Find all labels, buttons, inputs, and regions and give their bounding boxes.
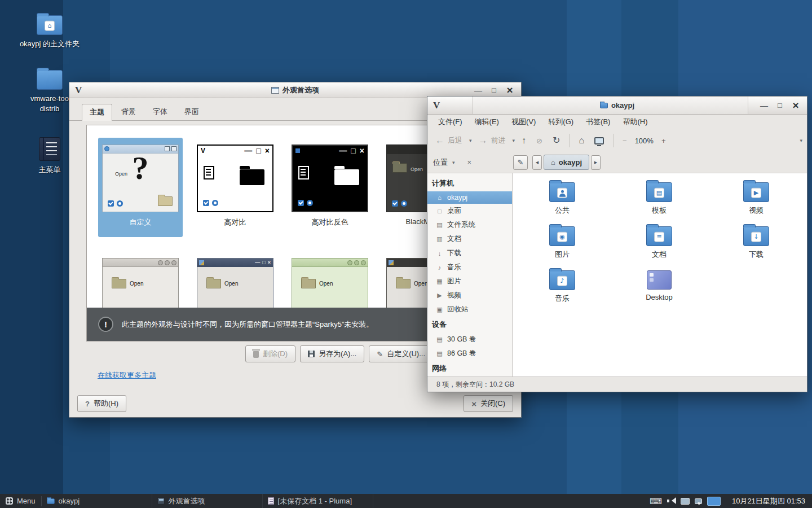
minimize-button[interactable]: — bbox=[757, 102, 771, 110]
tab-theme[interactable]: 主题 bbox=[82, 104, 112, 121]
keyboard-layout-icon[interactable]: ⌨ bbox=[650, 497, 662, 505]
file-documents[interactable]: ≡ 文档 bbox=[611, 225, 708, 269]
forward-history-dropdown[interactable]: ▾ bbox=[513, 138, 515, 143]
sidebar-item-music[interactable]: ♪ 音乐 bbox=[427, 260, 512, 274]
music-icon: ♪ bbox=[436, 264, 443, 271]
desktop-icon-home-folder[interactable]: ⌂ okaypj 的主文件夹 bbox=[15, 15, 85, 49]
close-icon[interactable]: × bbox=[503, 85, 517, 95]
preview-button-icon bbox=[347, 260, 352, 265]
menu-button[interactable]: Menu bbox=[0, 494, 41, 508]
delete-theme-button[interactable]: 删除(D) bbox=[245, 345, 295, 362]
tab-background[interactable]: 背景 bbox=[113, 103, 144, 120]
fm-sidebar: 计算机 ⌂ okaypj □ 桌面 ▤ 文件系统 ▥ 文档 ↓ 下载 bbox=[427, 173, 513, 376]
sidebar-item-videos[interactable]: ▶ 视频 bbox=[427, 288, 512, 303]
zoom-out-button[interactable]: − bbox=[619, 134, 630, 147]
file-label: 视频 bbox=[749, 205, 764, 216]
refresh-button[interactable]: ↻ bbox=[549, 134, 563, 147]
fm-titlebar[interactable]: V okaypj — □ × bbox=[427, 97, 807, 115]
sidebar-item-volume-30gb[interactable]: ▤ 30 GB 卷 bbox=[427, 332, 512, 347]
places-label[interactable]: 位置 bbox=[433, 157, 448, 168]
sidebar-item-downloads[interactable]: ↓ 下载 bbox=[427, 246, 512, 260]
menu-help[interactable]: 帮助(H) bbox=[617, 115, 652, 129]
places-dropdown[interactable]: ▾ bbox=[452, 160, 455, 165]
folder-icon: ↓ bbox=[743, 226, 769, 246]
tab-font[interactable]: 字体 bbox=[145, 103, 175, 120]
edit-location-button[interactable]: ✎ bbox=[513, 155, 528, 170]
window-menu-logo[interactable]: V bbox=[69, 85, 87, 96]
file-desktop[interactable]: Desktop bbox=[611, 269, 708, 313]
file-videos[interactable]: ▶ 视频 bbox=[708, 181, 805, 225]
file-public[interactable]: 公共 bbox=[514, 181, 611, 225]
menu-file[interactable]: 文件(F) bbox=[433, 115, 467, 129]
path-scroll-left-button[interactable]: ◀ bbox=[532, 155, 542, 170]
computer-button[interactable] bbox=[591, 135, 607, 147]
close-icon[interactable]: × bbox=[789, 100, 802, 111]
maximize-button[interactable]: □ bbox=[487, 86, 501, 94]
help-button[interactable]: ? 帮助(H) bbox=[77, 395, 126, 412]
taskbar-item-pluma[interactable]: [未保存文档 1 - Pluma] bbox=[263, 494, 373, 508]
back-arrow-icon: ← bbox=[435, 136, 444, 145]
theme-high-contrast[interactable]: V — □ × 高对比 bbox=[193, 138, 277, 237]
path-scroll-right-button[interactable]: ▶ bbox=[591, 155, 601, 170]
taskbar-item-okaypj[interactable]: okaypj bbox=[42, 494, 152, 508]
sidebar-item-trash[interactable]: ▣ 回收站 bbox=[427, 303, 512, 317]
maximize-button[interactable]: □ bbox=[773, 102, 787, 109]
preview-open-label: Open bbox=[115, 171, 127, 177]
window-menu-logo[interactable]: V bbox=[427, 100, 445, 111]
zoom-level: 100% bbox=[634, 137, 655, 145]
taskbar-item-label: 外观首选项 bbox=[169, 496, 205, 506]
breadcrumb-okaypj[interactable]: ⌂ okaypj bbox=[544, 155, 589, 170]
pencil-icon: ✎ bbox=[518, 159, 524, 166]
menu-go[interactable]: 转到(G) bbox=[543, 115, 579, 129]
folder-icon bbox=[334, 169, 359, 185]
menu-bookmarks[interactable]: 书签(B) bbox=[581, 115, 615, 129]
file-label: 模板 bbox=[652, 205, 667, 216]
folder-icon bbox=[112, 279, 126, 288]
radio-icon bbox=[307, 200, 313, 206]
p图片-icon: ▦ bbox=[436, 278, 443, 285]
forward-button[interactable]: → 前进 bbox=[475, 133, 509, 148]
file-manager-window: V okaypj — □ × 文件(F) 编辑(E) 视图(V) 转到(G) 书… bbox=[427, 96, 807, 392]
close-sidebar-button[interactable]: × bbox=[467, 158, 472, 167]
save-as-button[interactable]: 另存为(A)... bbox=[300, 345, 364, 362]
preview-button-icon bbox=[158, 260, 163, 265]
back-history-dropdown[interactable]: ▾ bbox=[469, 138, 472, 143]
sidebar-item-volume-86gb[interactable]: ▤ 86 GB 卷 bbox=[427, 347, 512, 361]
sidebar-item-okaypj[interactable]: ⌂ okaypj bbox=[427, 191, 512, 204]
toolbar-overflow-dropdown[interactable]: ▾ bbox=[800, 138, 802, 143]
get-more-themes-link[interactable]: 在线获取更多主题 bbox=[98, 370, 156, 380]
sidebar-item-desktop[interactable]: □ 桌面 bbox=[427, 204, 512, 218]
menu-view[interactable]: 视图(V) bbox=[506, 115, 541, 129]
computer-icon bbox=[594, 137, 604, 144]
file-templates[interactable]: ▤ 模板 bbox=[611, 181, 708, 225]
home-button[interactable]: ⌂ bbox=[575, 134, 588, 147]
file-music[interactable]: ♪ 音乐 bbox=[514, 269, 611, 313]
file-pictures[interactable]: ◉ 图片 bbox=[514, 225, 611, 269]
sidebar-selector: 位置 ▾ × bbox=[433, 157, 513, 168]
tab-interface[interactable]: 界面 bbox=[176, 103, 207, 120]
up-button[interactable]: ↑ bbox=[518, 134, 529, 147]
radio-icon bbox=[212, 200, 218, 206]
sidebar-item-pictures[interactable]: ▦ 图片 bbox=[427, 274, 512, 288]
stop-button[interactable]: ⊘ bbox=[533, 134, 546, 147]
theme-custom[interactable]: ? Open 自定义 bbox=[98, 138, 183, 237]
workspace-switcher[interactable] bbox=[707, 497, 721, 506]
file-downloads[interactable]: ↓ 下载 bbox=[708, 225, 805, 269]
display-icon[interactable] bbox=[681, 498, 690, 505]
preview-button-icon bbox=[354, 260, 359, 265]
menu-edit[interactable]: 编辑(E) bbox=[470, 115, 504, 129]
sidebar-item-documents[interactable]: ▥ 文档 bbox=[427, 232, 512, 246]
zoom-in-button[interactable]: + bbox=[658, 135, 669, 147]
back-button[interactable]: ← 后退 bbox=[432, 133, 466, 148]
close-dialog-button[interactable]: × 关闭(C) bbox=[464, 395, 513, 412]
minimize-button[interactable]: — bbox=[471, 86, 485, 94]
customize-button[interactable]: ✎ 自定义(U)... bbox=[369, 345, 433, 362]
remote-display-icon[interactable] bbox=[695, 498, 702, 504]
template-emblem-icon: ▤ bbox=[654, 187, 664, 198]
theme-high-contrast-inverse[interactable]: — □ × 高对比反色 bbox=[288, 138, 372, 237]
save-icon bbox=[308, 351, 315, 357]
sidebar-item-filesystem[interactable]: ▤ 文件系统 bbox=[427, 218, 512, 232]
taskbar-item-appearance[interactable]: 外观首选项 bbox=[152, 494, 263, 508]
clock[interactable]: 10月21日星期四 01:53 bbox=[725, 496, 812, 506]
volume-icon[interactable] bbox=[667, 497, 676, 505]
